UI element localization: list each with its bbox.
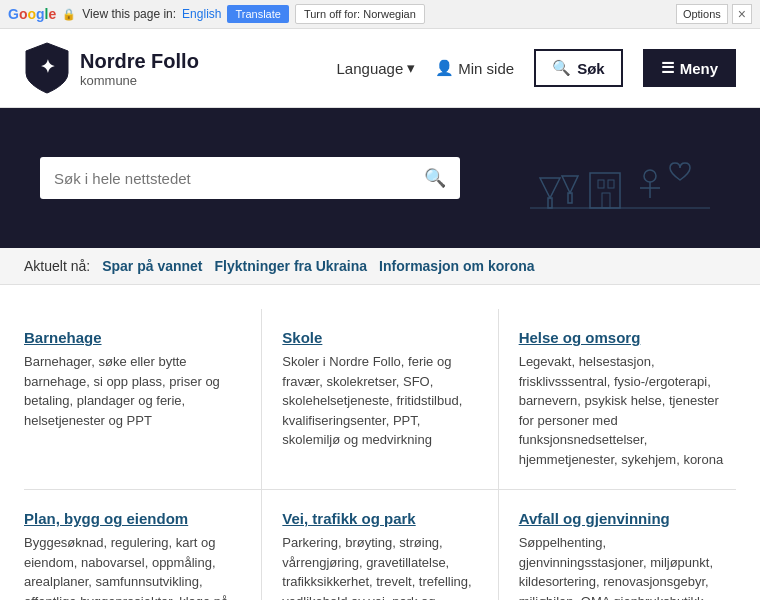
turnoff-button[interactable]: Turn off for: Norwegian xyxy=(295,4,425,24)
svg-rect-5 xyxy=(590,173,620,208)
min-side-button[interactable]: 👤 Min side xyxy=(435,59,514,77)
menu-label: Meny xyxy=(680,60,718,77)
service-desc-3: Byggesøknad, regulering, kart og eiendom… xyxy=(24,533,237,600)
service-title-3[interactable]: Plan, bygg og eiendom xyxy=(24,510,237,527)
logo-subtitle: kommune xyxy=(80,73,199,88)
service-title-4[interactable]: Vei, trafikk og park xyxy=(282,510,477,527)
logo-area: ✦ Nordre Follo kommune xyxy=(24,41,337,95)
google-logo: Google xyxy=(8,6,56,22)
service-desc-5: Søppelhenting, gjenvinningsstasjoner, mi… xyxy=(519,533,736,600)
min-side-label: Min side xyxy=(458,60,514,77)
search-label: Søk xyxy=(577,60,605,77)
service-desc-4: Parkering, brøyting, strøing, vårrengjør… xyxy=(282,533,477,600)
menu-button[interactable]: ☰ Meny xyxy=(643,49,736,87)
service-card-2: Helse og omsorgLegevakt, helsestasjon, f… xyxy=(499,309,736,490)
service-title-2[interactable]: Helse og omsorg xyxy=(519,329,736,346)
service-desc-1: Skoler i Nordre Follo, ferie og fravær, … xyxy=(282,352,477,450)
search-submit-icon: 🔍 xyxy=(424,168,446,188)
services-grid: BarnehageBarnehager, søke eller bytte ba… xyxy=(24,309,736,600)
service-desc-0: Barnehager, søke eller bytte barnehage, … xyxy=(24,352,237,430)
aktuelt-link-1[interactable]: Flyktninger fra Ukraina xyxy=(215,258,368,274)
hero-illustration xyxy=(520,138,720,218)
service-card-4: Vei, trafikk og parkParkering, brøyting,… xyxy=(261,490,498,600)
service-desc-2: Legevakt, helsestasjon, frisklivsssentra… xyxy=(519,352,736,469)
svg-rect-7 xyxy=(608,180,614,188)
svg-marker-3 xyxy=(562,176,578,193)
hamburger-icon: ☰ xyxy=(661,59,674,77)
search-area: 🔍 xyxy=(40,157,520,199)
service-card-5: Avfall og gjenvinningSøppelhenting, gjen… xyxy=(499,490,736,600)
logo-shield[interactable]: ✦ xyxy=(24,41,70,95)
search-icon: 🔍 xyxy=(552,59,571,77)
logo-name: Nordre Follo xyxy=(80,49,199,73)
service-card-1: SkoleSkoler i Nordre Follo, ferie og fra… xyxy=(261,309,498,490)
main-content: BarnehageBarnehager, søke eller bytte ba… xyxy=(0,285,760,600)
logo-text: Nordre Follo kommune xyxy=(80,49,199,88)
search-input[interactable] xyxy=(54,170,424,187)
aktuelt-link-2[interactable]: Informasjon om korona xyxy=(379,258,535,274)
chevron-down-icon: ▾ xyxy=(407,59,415,77)
translate-button[interactable]: Translate xyxy=(227,5,288,23)
search-submit-button[interactable]: 🔍 xyxy=(424,167,446,189)
search-header-button[interactable]: 🔍 Søk xyxy=(534,49,623,87)
translate-bar-right: Options × xyxy=(676,4,752,24)
aktuelt-label: Aktuelt nå: xyxy=(24,258,90,274)
service-title-5[interactable]: Avfall og gjenvinning xyxy=(519,510,736,527)
options-button[interactable]: Options xyxy=(676,4,728,24)
site-header: ✦ Nordre Follo kommune Language ▾ 👤 Min … xyxy=(0,29,760,108)
language-button[interactable]: Language ▾ xyxy=(337,59,416,77)
search-box: 🔍 xyxy=(40,157,460,199)
service-card-0: BarnehageBarnehager, søke eller bytte ba… xyxy=(24,309,261,490)
person-icon: 👤 xyxy=(435,59,454,77)
header-nav: Language ▾ 👤 Min side 🔍 Søk ☰ Meny xyxy=(337,49,736,87)
lock-icon: 🔒 xyxy=(62,8,76,21)
aktuelt-bar: Aktuelt nå: Spar på vannet Flyktninger f… xyxy=(0,248,760,285)
view-page-label: View this page in: xyxy=(82,7,176,21)
svg-marker-1 xyxy=(540,178,560,198)
svg-text:✦: ✦ xyxy=(40,57,55,77)
translate-bar: Google 🔒 View this page in: English Tran… xyxy=(0,0,760,29)
svg-rect-8 xyxy=(602,193,610,208)
service-card-3: Plan, bygg og eiendomByggesøknad, regule… xyxy=(24,490,261,600)
svg-point-9 xyxy=(644,170,656,182)
hero-section: 🔍 xyxy=(0,108,760,248)
aktuelt-link-0[interactable]: Spar på vannet xyxy=(102,258,202,274)
service-title-1[interactable]: Skole xyxy=(282,329,477,346)
svg-rect-6 xyxy=(598,180,604,188)
close-translate-button[interactable]: × xyxy=(732,4,752,24)
service-title-0[interactable]: Barnehage xyxy=(24,329,237,346)
language-label: Language xyxy=(337,60,404,77)
language-link[interactable]: English xyxy=(182,7,221,21)
